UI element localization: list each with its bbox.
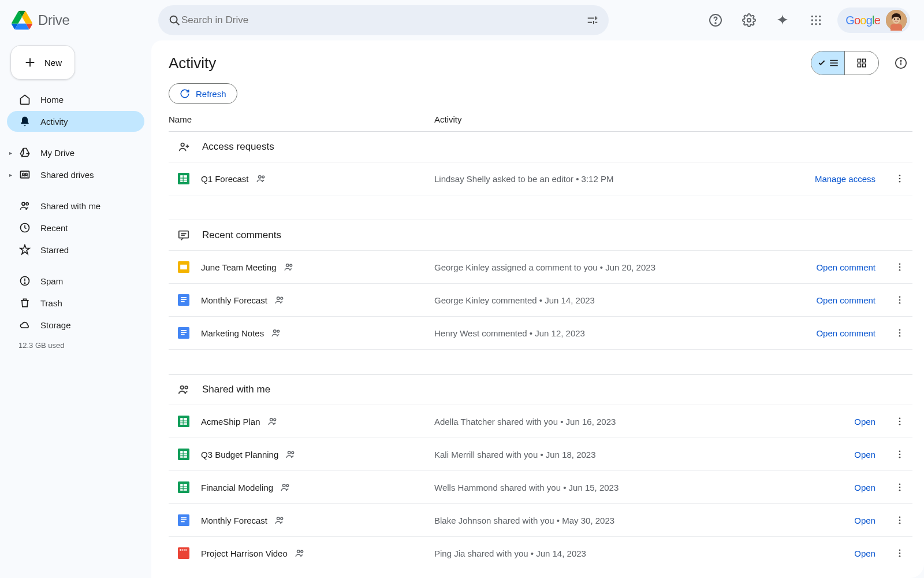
svg-rect-91 <box>181 519 187 520</box>
sidebar-item-my-drive[interactable]: ▸ My Drive <box>7 142 144 163</box>
row-action[interactable]: Open <box>854 450 891 460</box>
row-action[interactable]: Open comment <box>816 262 891 272</box>
row-action[interactable]: Open <box>854 549 891 558</box>
grid-view-button[interactable] <box>845 51 878 75</box>
svg-point-99 <box>297 550 300 553</box>
file-row[interactable]: Project Harrison VideoPing Jia shared wi… <box>169 536 912 569</box>
svg-point-55 <box>899 299 901 301</box>
list-view-button[interactable] <box>811 51 845 75</box>
row-action[interactable]: Open comment <box>816 295 891 305</box>
file-type-icon <box>178 294 189 306</box>
new-button[interactable]: New <box>10 45 75 80</box>
svg-point-78 <box>292 451 294 454</box>
svg-point-8 <box>811 19 813 21</box>
section-header-shared: Shared with me <box>169 374 912 405</box>
gemini-icon[interactable] <box>770 8 795 32</box>
file-row[interactable]: Marketing NotesHenry West commented • Ju… <box>169 316 912 350</box>
refresh-button[interactable]: Refresh <box>169 83 237 104</box>
more-options-icon[interactable] <box>891 478 909 497</box>
svg-point-63 <box>899 329 901 331</box>
svg-rect-26 <box>858 59 860 62</box>
svg-point-7 <box>819 16 821 17</box>
svg-point-54 <box>899 296 901 298</box>
search-options-icon[interactable] <box>586 13 599 27</box>
settings-icon[interactable] <box>737 8 761 32</box>
help-icon[interactable] <box>703 8 728 32</box>
svg-point-0 <box>170 16 177 23</box>
row-action[interactable]: Open <box>854 417 891 427</box>
row-action[interactable]: Open <box>854 483 891 492</box>
more-options-icon[interactable] <box>891 445 909 464</box>
svg-point-102 <box>899 553 901 554</box>
row-action[interactable]: Open comment <box>816 328 891 338</box>
sidebar-item-trash[interactable]: Trash <box>7 292 144 313</box>
file-row[interactable]: Q3 Budget PlanningKali Merrill shared wi… <box>169 438 912 470</box>
svg-point-81 <box>899 457 901 458</box>
more-options-icon[interactable] <box>891 169 909 188</box>
page-title: Activity <box>169 54 216 72</box>
file-row[interactable]: Q1 ForecastLindsay Shelly asked to be an… <box>169 162 912 195</box>
sidebar-item-activity[interactable]: Activity <box>7 111 144 132</box>
file-row[interactable]: AcmeShip PlanAdella Thatcher shared with… <box>169 405 912 438</box>
drive-logo-icon <box>12 10 32 31</box>
more-options-icon[interactable] <box>891 511 909 529</box>
file-row[interactable]: Monthly ForecastBlake Johnson shared wit… <box>169 503 912 536</box>
account-chip[interactable]: Google <box>837 8 910 33</box>
activity-text: Wells Hammond shared with you • Jun 15, … <box>434 483 854 492</box>
more-options-icon[interactable] <box>891 324 909 342</box>
svg-point-96 <box>899 520 901 521</box>
row-action[interactable]: Manage access <box>815 174 891 184</box>
activity-text: George Kinley commented • Jun 14, 2023 <box>434 295 816 305</box>
svg-point-5 <box>811 16 813 17</box>
sidebar-item-shared-with-me[interactable]: Shared with me <box>7 195 144 216</box>
svg-point-71 <box>273 418 275 421</box>
sidebar-label: Activity <box>40 117 68 127</box>
sidebar-item-spam[interactable]: Spam <box>7 271 144 291</box>
sidebar-item-recent[interactable]: Recent <box>7 217 144 238</box>
new-button-label: New <box>44 58 62 68</box>
sidebar-item-home[interactable]: Home <box>7 89 144 110</box>
row-action[interactable]: Open <box>854 516 891 525</box>
people-icon <box>18 199 31 212</box>
svg-point-65 <box>899 335 901 337</box>
sidebar-label: Starred <box>40 245 69 255</box>
section-title: Access requests <box>202 141 274 153</box>
shared-drives-icon <box>18 168 31 181</box>
file-type-icon <box>178 173 189 184</box>
svg-rect-29 <box>863 64 866 67</box>
file-type-icon <box>178 547 189 559</box>
shared-icon <box>271 328 281 338</box>
logo-area[interactable]: Drive <box>9 10 154 31</box>
svg-point-70 <box>270 418 273 421</box>
svg-point-10 <box>819 19 821 21</box>
svg-point-21 <box>22 202 25 205</box>
clock-icon <box>18 221 31 234</box>
svg-point-62 <box>277 330 280 332</box>
check-icon <box>817 58 826 68</box>
file-row[interactable]: June Team MeetingGeorge Kinley assigned … <box>169 250 912 283</box>
details-icon[interactable] <box>889 51 912 75</box>
svg-point-47 <box>899 269 901 271</box>
sidebar-label: Trash <box>40 298 62 308</box>
column-name: Name <box>169 114 434 124</box>
more-options-icon[interactable] <box>891 412 909 431</box>
file-row[interactable]: Monthly ForecastGeorge Kinley commented … <box>169 283 912 316</box>
star-icon <box>18 243 31 256</box>
svg-rect-90 <box>181 517 187 518</box>
more-options-icon[interactable] <box>891 544 909 562</box>
search-bar[interactable] <box>158 5 609 35</box>
sidebar-item-storage[interactable]: Storage <box>7 314 144 335</box>
sidebar: New Home Activity ▸ My Drive ▸ Shared dr… <box>0 40 151 578</box>
apps-icon[interactable] <box>804 8 828 32</box>
user-avatar[interactable] <box>886 10 907 31</box>
sidebar-item-starred[interactable]: Starred <box>7 239 144 260</box>
file-row[interactable]: Financial ModelingWells Hammond shared w… <box>169 470 912 503</box>
more-options-icon[interactable] <box>891 258 909 276</box>
sidebar-item-shared-drives[interactable]: ▸ Shared drives <box>7 164 144 185</box>
search-input[interactable] <box>181 14 586 26</box>
svg-point-94 <box>281 517 283 520</box>
svg-point-25 <box>24 283 25 283</box>
svg-point-9 <box>815 19 817 21</box>
more-options-icon[interactable] <box>891 291 909 309</box>
svg-rect-98 <box>178 547 189 559</box>
